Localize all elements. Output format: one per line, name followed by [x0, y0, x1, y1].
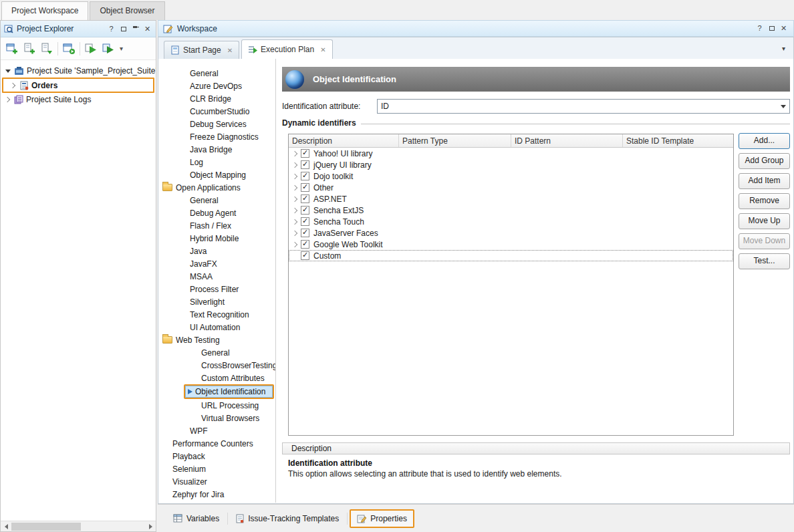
expand-row-icon[interactable]: [292, 162, 299, 168]
tree-item-project-suite[interactable]: Project Suite 'Sample_Project_Suite' (1 …: [1, 64, 156, 78]
collapse-expander-icon[interactable]: [3, 66, 13, 76]
settings-nav-item[interactable]: Custom Attributes: [158, 372, 275, 384]
action-button[interactable]: Add Group: [739, 153, 790, 169]
close-panel-button[interactable]: ✕: [142, 24, 152, 34]
settings-nav-item[interactable]: Zephyr for Jira: [158, 488, 275, 501]
run-project-suite-button[interactable]: [82, 40, 100, 57]
tree-item-orders[interactable]: Orders: [2, 78, 154, 93]
open-item-button[interactable]: [38, 40, 55, 57]
settings-nav-item[interactable]: Visualizer: [158, 475, 275, 488]
settings-nav-item[interactable]: Open Applications: [158, 181, 275, 194]
help-button[interactable]: ?: [755, 23, 765, 33]
expand-expander-icon[interactable]: [3, 95, 13, 104]
action-button[interactable]: Add Item: [739, 173, 790, 189]
settings-nav-item[interactable]: General: [158, 346, 275, 359]
settings-nav-item[interactable]: Virtual Browsers: [158, 412, 275, 424]
expand-row-icon[interactable]: [292, 196, 299, 203]
settings-nav-item[interactable]: General: [158, 67, 275, 80]
tab-list-dropdown-button[interactable]: ▾: [782, 45, 785, 52]
settings-nav-item[interactable]: Java: [158, 245, 275, 257]
settings-nav-item[interactable]: CucumberStudio: [158, 105, 275, 118]
expand-row-icon[interactable]: [292, 241, 299, 248]
action-button[interactable]: Move Up: [739, 213, 790, 229]
settings-nav-item[interactable]: URL Processing: [158, 399, 275, 412]
settings-nav-item[interactable]: Hybrid Mobile: [158, 232, 275, 245]
settings-nav-item[interactable]: WPF: [158, 424, 275, 437]
column-header[interactable]: Stable ID Template: [623, 134, 733, 147]
settings-nav-item[interactable]: MSAA: [158, 270, 275, 283]
settings-nav-item[interactable]: Azure DevOps: [158, 80, 275, 92]
close-panel-button[interactable]: ✕: [779, 23, 789, 33]
settings-nav-item[interactable]: Selenium: [158, 462, 275, 475]
settings-nav-item[interactable]: Debug Agent: [158, 207, 275, 219]
row-checkbox[interactable]: [301, 217, 309, 226]
tab-properties[interactable]: Properties: [350, 509, 414, 528]
table-row[interactable]: jQuery UI library: [289, 159, 733, 170]
add-project-item-button[interactable]: [21, 40, 38, 57]
chevron-down-icon[interactable]: [777, 100, 789, 113]
scroll-left-button[interactable]: [1, 521, 11, 532]
row-checkbox[interactable]: [301, 172, 309, 180]
expand-row-icon[interactable]: [292, 207, 299, 214]
tab-start-page[interactable]: Start Page ✕: [164, 41, 239, 59]
action-button[interactable]: Remove: [739, 193, 790, 209]
settings-nav-item[interactable]: UI Automation: [158, 321, 275, 334]
add-project-suite-button[interactable]: [3, 40, 21, 57]
action-button[interactable]: Test...: [739, 253, 790, 269]
app-tab[interactable]: Object Browser: [90, 1, 164, 20]
settings-nav-item[interactable]: Object Mapping: [158, 168, 275, 181]
app-tab[interactable]: Project Workspace: [1, 1, 88, 20]
run-project-button[interactable]: [100, 40, 117, 57]
row-checkbox[interactable]: [301, 183, 309, 192]
row-checkbox[interactable]: [301, 194, 309, 203]
expand-row-icon[interactable]: [292, 184, 299, 191]
scroll-right-button[interactable]: [145, 521, 156, 532]
settings-nav-item[interactable]: Debug Services: [158, 118, 275, 130]
tab-variables[interactable]: Variables: [167, 511, 225, 527]
row-checkbox[interactable]: [301, 160, 309, 169]
expand-row-icon[interactable]: [292, 150, 299, 157]
column-header[interactable]: Description: [289, 134, 399, 147]
settings-nav-item[interactable]: Performance Counters: [158, 437, 275, 450]
row-checkbox[interactable]: [301, 240, 309, 249]
expand-row-icon[interactable]: [292, 219, 299, 225]
auto-hide-pin-button[interactable]: [130, 24, 140, 34]
float-window-button[interactable]: [767, 23, 777, 33]
help-button[interactable]: ?: [106, 24, 116, 34]
column-header[interactable]: Pattern Type: [399, 134, 511, 147]
horizontal-scrollbar[interactable]: [1, 521, 156, 531]
column-header[interactable]: ID Pattern: [511, 134, 623, 147]
action-button[interactable]: Move Down: [739, 233, 790, 249]
settings-nav-item[interactable]: Flash / Flex: [158, 219, 275, 232]
row-checkbox[interactable]: [301, 229, 309, 237]
settings-nav-item[interactable]: JavaFX: [158, 257, 275, 270]
action-button[interactable]: Add...: [739, 133, 790, 149]
settings-nav-item[interactable]: Web Testing: [158, 334, 275, 346]
code-editor-button[interactable]: [60, 40, 78, 57]
expand-expander-icon[interactable]: [9, 81, 18, 90]
settings-nav-item[interactable]: Playback: [158, 450, 275, 462]
settings-nav-item[interactable]: Java Bridge: [158, 143, 275, 156]
tab-execution-plan[interactable]: Execution Plan ✕: [241, 39, 332, 59]
settings-nav-item[interactable]: Freeze Diagnostics: [158, 130, 275, 143]
table-row[interactable]: Custom: [289, 250, 733, 261]
scrollbar-thumb[interactable]: [11, 523, 81, 531]
settings-nav-item[interactable]: Silverlight: [158, 295, 275, 308]
row-checkbox[interactable]: [301, 149, 309, 158]
row-checkbox[interactable]: [301, 251, 309, 260]
table-row[interactable]: ASP.NET: [289, 193, 733, 205]
table-row[interactable]: Sencha ExtJS: [289, 205, 733, 216]
tree-item-project-suite-logs[interactable]: Project Suite Logs: [1, 93, 156, 106]
toolbar-dropdown-button[interactable]: ▾: [120, 45, 123, 52]
settings-nav-item[interactable]: CLR Bridge: [158, 92, 275, 105]
close-tab-icon[interactable]: ✕: [320, 46, 325, 53]
expand-row-icon[interactable]: [292, 173, 299, 180]
table-row[interactable]: Google Web Toolkit: [289, 239, 733, 250]
settings-nav-item[interactable]: Text Recognition: [158, 308, 275, 321]
close-tab-icon[interactable]: ✕: [227, 47, 233, 54]
expand-row-icon[interactable]: [292, 230, 299, 237]
settings-nav-item[interactable]: CrossBrowserTesting: [158, 359, 275, 372]
row-checkbox[interactable]: [301, 206, 309, 215]
float-window-button[interactable]: [118, 24, 128, 34]
settings-nav-item[interactable]: General: [158, 194, 275, 207]
